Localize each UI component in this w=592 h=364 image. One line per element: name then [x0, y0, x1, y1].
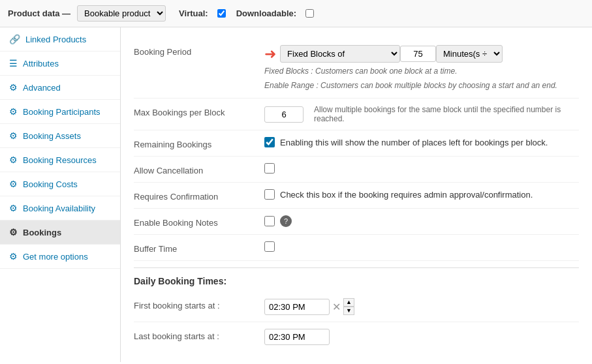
remaining-bookings-row: Remaining Bookings Enabling this will sh… — [134, 130, 579, 157]
allow-cancellation-field — [264, 163, 579, 174]
product-data-label: Product data — — [8, 8, 70, 18]
last-booking-row: Last booking starts at : — [134, 322, 579, 352]
gear-icon: ⚙ — [9, 227, 18, 237]
gear-icon: ⚙ — [9, 179, 18, 189]
allow-cancellation-checkbox[interactable] — [264, 163, 275, 174]
link-icon: 🔗 — [9, 34, 20, 44]
enable-booking-notes-checkbox-group: ? — [264, 215, 292, 227]
product-data-header: Product data — Bookable product Virtual:… — [0, 0, 592, 27]
requires-confirmation-checkbox[interactable] — [264, 189, 275, 200]
downloadable-checkbox[interactable] — [305, 9, 314, 18]
max-bookings-help: Allow multiple bookings for the same blo… — [314, 105, 579, 123]
gear-icon: ⚙ — [9, 203, 18, 213]
first-booking-label: First booking starts at : — [134, 298, 264, 311]
first-booking-clear-button[interactable]: ✕ — [332, 301, 341, 313]
booking-period-select[interactable]: Fixed Blocks of Customer: define duratio… — [280, 45, 400, 63]
remaining-bookings-label: Remaining Bookings — [134, 137, 264, 149]
sidebar-item-label: Bookings — [23, 228, 61, 237]
virtual-label[interactable]: Virtual: — [179, 8, 226, 18]
booking-period-field: ➜ Fixed Blocks of Customer: define durat… — [264, 44, 579, 91]
first-booking-time-input[interactable] — [264, 299, 330, 315]
max-bookings-label: Max Bookings per Block — [134, 105, 264, 117]
buffer-time-field — [264, 241, 579, 252]
first-booking-spin-down[interactable]: ▼ — [343, 307, 354, 315]
enable-booking-notes-field: ? — [264, 215, 579, 227]
buffer-time-checkbox-group — [264, 241, 275, 252]
sidebar-item-attributes[interactable]: ☰ Attributes — [0, 52, 120, 76]
sidebar-item-booking-availability[interactable]: ⚙ Booking Availability — [0, 196, 120, 220]
sidebar-item-label: Booking Costs — [23, 179, 78, 189]
product-type-select[interactable]: Bookable product — [77, 5, 166, 22]
sidebar-item-label: Booking Participants — [23, 107, 101, 117]
sidebar-item-advanced[interactable]: ⚙ Advanced — [0, 76, 120, 100]
requires-confirmation-checkbox-group: Check this box if the booking requires a… — [264, 189, 533, 200]
virtual-download-options: Virtual: Downloadable: — [179, 8, 314, 18]
remaining-bookings-checkbox[interactable] — [264, 137, 275, 147]
downloadable-label[interactable]: Downloadable: — [236, 8, 314, 18]
last-booking-field — [264, 329, 579, 345]
sidebar-item-booking-resources[interactable]: ⚙ Booking Resources — [0, 148, 120, 172]
enable-booking-notes-label: Enable Booking Notes — [134, 215, 264, 228]
sidebar-item-bookings[interactable]: ⚙ Bookings — [0, 220, 120, 245]
gear-icon: ⚙ — [9, 251, 18, 262]
first-booking-spin-up[interactable]: ▲ — [343, 298, 354, 307]
last-booking-label: Last booking starts at : — [134, 329, 264, 341]
sidebar-item-label: Booking Resources — [23, 155, 97, 165]
max-bookings-field: Allow multiple bookings for the same blo… — [264, 105, 579, 123]
buffer-time-row: Buffer Time — [134, 235, 579, 261]
first-booking-spin: ▲ ▼ — [343, 298, 354, 315]
max-bookings-row: Max Bookings per Block Allow multiple bo… — [134, 99, 579, 130]
remaining-bookings-field: Enabling this will show the number of pl… — [264, 137, 579, 147]
first-booking-time-group: ✕ ▲ ▼ — [264, 298, 354, 315]
fixed-blocks-help1: Fixed Blocks : Customers can book one bl… — [264, 65, 457, 77]
virtual-checkbox[interactable] — [217, 9, 226, 18]
main-layout: 🔗 Linked Products ☰ Attributes ⚙ Advance… — [0, 27, 592, 362]
buffer-time-label: Buffer Time — [134, 241, 264, 254]
sidebar-item-linked-products[interactable]: 🔗 Linked Products — [0, 27, 120, 52]
requires-confirmation-label: Requires Confirmation — [134, 189, 264, 202]
daily-booking-times-title: Daily Booking Times: — [134, 276, 579, 286]
sidebar: 🔗 Linked Products ☰ Attributes ⚙ Advance… — [0, 27, 121, 362]
sidebar-item-label: Linked Products — [25, 35, 86, 44]
booking-period-number-input[interactable] — [400, 46, 436, 62]
enable-booking-notes-checkbox[interactable] — [264, 216, 275, 226]
attributes-icon: ☰ — [9, 58, 18, 68]
requires-confirmation-row: Requires Confirmation Check this box if … — [134, 183, 579, 209]
sidebar-item-label: Booking Assets — [23, 131, 81, 141]
fixed-blocks-help2: Enable Range : Customers can book multip… — [264, 80, 557, 91]
sidebar-item-label: Attributes — [23, 59, 59, 68]
help-icon[interactable]: ? — [280, 215, 292, 227]
sidebar-item-label: Advanced — [23, 83, 61, 93]
first-booking-field: ✕ ▲ ▼ — [264, 298, 579, 315]
requires-confirmation-field: Check this box if the booking requires a… — [264, 189, 579, 200]
sidebar-item-booking-costs[interactable]: ⚙ Booking Costs — [0, 172, 120, 196]
content-area: Booking Period ➜ Fixed Blocks of Custome… — [121, 27, 592, 362]
allow-cancellation-row: Allow Cancellation — [134, 157, 579, 183]
gear-icon: ⚙ — [9, 130, 18, 141]
buffer-time-checkbox[interactable] — [264, 241, 275, 252]
gear-icon: ⚙ — [9, 155, 18, 165]
sidebar-item-booking-participants[interactable]: ⚙ Booking Participants — [0, 100, 120, 124]
gear-icon: ⚙ — [9, 106, 18, 117]
sidebar-item-booking-assets[interactable]: ⚙ Booking Assets — [0, 124, 120, 148]
enable-booking-notes-row: Enable Booking Notes ? — [134, 209, 579, 235]
last-booking-time-group — [264, 329, 330, 345]
booking-period-row: Booking Period ➜ Fixed Blocks of Custome… — [134, 38, 579, 99]
arrow-icon: ➜ — [264, 46, 276, 63]
first-booking-row: First booking starts at : ✕ ▲ ▼ — [134, 292, 579, 322]
max-bookings-input[interactable] — [264, 106, 304, 123]
sidebar-item-label: Get more options — [23, 252, 88, 262]
last-booking-time-input[interactable] — [264, 329, 330, 345]
remaining-bookings-help: Enabling this will show the number of pl… — [280, 138, 548, 147]
allow-cancellation-label: Allow Cancellation — [134, 163, 264, 175]
allow-cancellation-checkbox-group — [264, 163, 275, 174]
booking-period-label: Booking Period — [134, 44, 264, 57]
section-divider — [134, 267, 579, 268]
max-bookings-controls: Allow multiple bookings for the same blo… — [264, 105, 579, 123]
requires-confirmation-help: Check this box if the booking requires a… — [280, 190, 533, 200]
booking-period-controls: ➜ Fixed Blocks of Customer: define durat… — [264, 44, 503, 63]
sidebar-item-get-more-options[interactable]: ⚙ Get more options — [0, 245, 120, 269]
sidebar-item-label: Booking Availability — [23, 204, 95, 213]
remaining-bookings-checkbox-group: Enabling this will show the number of pl… — [264, 137, 548, 147]
booking-period-unit-select[interactable]: Minutes(s ÷ Hour(s) Day(s) — [436, 45, 503, 63]
